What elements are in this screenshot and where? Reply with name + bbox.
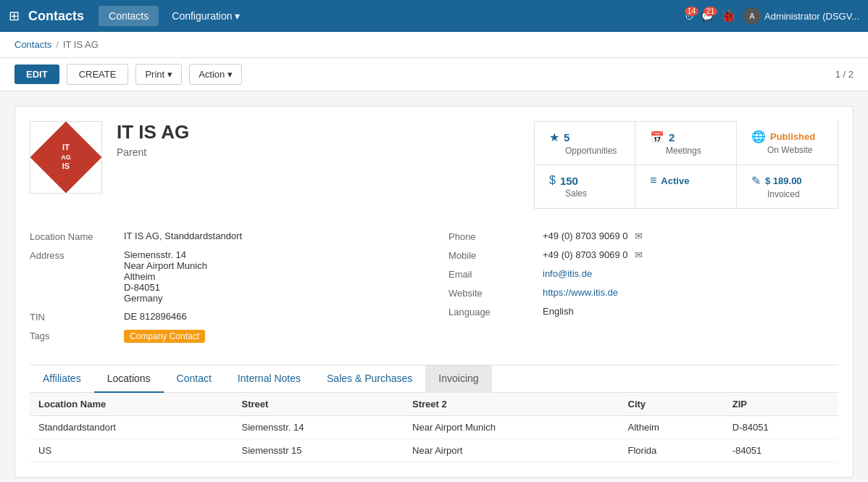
globe-icon: 🌐 (751, 130, 766, 144)
stat-opportunities[interactable]: ★ 5 Opportunities (534, 121, 635, 165)
dollar-icon: $ (549, 174, 556, 187)
language-value: English (543, 306, 838, 317)
field-phone: Phone +49 (0) 8703 9069 0 ✉ (448, 230, 838, 242)
tab-contact[interactable]: Contact (164, 365, 225, 393)
col-city: City (619, 393, 724, 416)
website-value[interactable]: https://www.itis.de (543, 287, 838, 298)
field-website: Website https://www.itis.de (448, 287, 838, 299)
tags-value: Company Contact (124, 330, 420, 343)
mobile-label: Mobile (448, 249, 543, 261)
contact-card: ITAGIS IT IS AG Parent ★ 5 Opportunities (14, 106, 854, 478)
tin-value: DE 812896466 (124, 311, 420, 322)
phone-value: +49 (0) 8703 9069 0 ✉ (543, 230, 838, 241)
row1-zip: D-84051 (724, 416, 838, 439)
print-button[interactable]: Print ▾ (135, 64, 182, 85)
mobile-email-icon[interactable]: ✉ (635, 249, 643, 260)
mobile-number: +49 (0) 8703 9069 0 (543, 249, 627, 260)
stat-sales-number: 150 (560, 175, 578, 187)
tab-sales-purchases[interactable]: Sales & Purchases (314, 365, 425, 393)
create-button[interactable]: CREATE (67, 64, 129, 85)
email-value[interactable]: info@itis.de (543, 268, 838, 279)
star-icon: ★ (549, 130, 559, 144)
col-zip: ZIP (724, 393, 838, 416)
top-navigation: ⊞ Contacts Contacts Configuration ▾ ⏱ 14… (0, 0, 868, 32)
edit-button[interactable]: EDIT (14, 65, 59, 84)
breadcrumb-current: IT IS AG (63, 39, 99, 50)
row1-street: Siemensstr. 14 (233, 416, 404, 439)
print-chevron-icon: ▾ (167, 69, 172, 80)
address-value: Siemensstr. 14 Near Airport Munich Althe… (124, 249, 420, 304)
table-body: Standdardstandort Siemensstr. 14 Near Ai… (30, 416, 838, 462)
fields-section: Location Name IT IS AG, Standdardstandor… (30, 230, 838, 350)
language-label: Language (448, 306, 543, 317)
address-line-4: D-84051 (124, 282, 420, 293)
apps-icon[interactable]: ⊞ (9, 8, 20, 24)
tab-affiliates[interactable]: Affiliates (30, 365, 94, 393)
field-tags: Tags Company Contact (30, 330, 420, 343)
phone-number: +49 (0) 8703 9069 0 (543, 230, 627, 241)
website-label: Website (448, 287, 543, 299)
stat-published[interactable]: 🌐 Published On Website (737, 121, 838, 165)
tab-internal-notes[interactable]: Internal Notes (225, 365, 314, 393)
stat-sales[interactable]: $ 150 Sales (534, 165, 635, 209)
tabs-list: Affiliates Locations Contact Internal No… (30, 365, 838, 393)
row1-location: Standdardstandort (30, 416, 233, 439)
stat-meetings[interactable]: 📅 2 Meetings (635, 121, 737, 165)
action-label: Action (199, 69, 225, 80)
stat-invoiced[interactable]: ✎ $ 189.00 Invoiced (737, 165, 838, 209)
row2-zip: -84051 (724, 439, 838, 462)
tab-invoicing[interactable]: Invoicing (425, 365, 491, 393)
location-name-value: IT IS AG, Standdardstandort (124, 230, 420, 241)
table-row[interactable]: Standdardstandort Siemensstr. 14 Near Ai… (30, 416, 838, 439)
edit-icon: ✎ (751, 174, 761, 188)
locations-table: Location Name Street Street 2 City ZIP S… (30, 393, 838, 462)
nav-contacts[interactable]: Contacts (99, 6, 159, 26)
address-line-5: Germany (124, 293, 420, 304)
user-menu[interactable]: A Administrator (DSGV... (743, 7, 859, 25)
location-name-label: Location Name (30, 230, 124, 242)
contact-name: IT IS AG (117, 121, 519, 144)
stat-pub-label: Published (770, 131, 815, 142)
stat-opp-label: Opportunities (565, 146, 620, 156)
tin-label: TIN (30, 311, 124, 323)
stat-active[interactable]: ≡ Active (635, 165, 737, 209)
fields-right: Phone +49 (0) 8703 9069 0 ✉ Mobile +49 (… (448, 230, 838, 350)
logo-diamond: ITAGIS (30, 122, 102, 194)
field-email: Email info@itis.de (448, 268, 838, 280)
stat-pub-sub: On Website (767, 145, 823, 155)
pagination: 1 / 2 (835, 69, 854, 80)
row2-street2: Near Airport (404, 439, 619, 462)
contact-header: ITAGIS IT IS AG Parent ★ 5 Opportunities (30, 121, 838, 209)
main-content: ITAGIS IT IS AG Parent ★ 5 Opportunities (0, 91, 868, 482)
toolbar: EDIT CREATE Print ▾ Action ▾ 1 / 2 (0, 58, 868, 91)
address-label: Address (30, 249, 124, 261)
field-language: Language English (448, 306, 838, 317)
stat-meet-number: 2 (669, 131, 675, 144)
contact-stats: ★ 5 Opportunities 📅 2 Meetings (534, 121, 838, 209)
phone-label: Phone (448, 230, 543, 242)
row2-location: US (30, 439, 233, 462)
action-button[interactable]: Action ▾ (189, 64, 242, 85)
tab-locations[interactable]: Locations (94, 365, 164, 393)
table-row[interactable]: US Siemensstr 15 Near Airport Florida -8… (30, 439, 838, 462)
col-street: Street (233, 393, 404, 416)
nav-configuration[interactable]: Configuration ▾ (162, 6, 250, 26)
user-name: Administrator (DSGV... (764, 11, 859, 22)
stat-opp-number: 5 (564, 131, 569, 144)
col-location-name: Location Name (30, 393, 233, 416)
row1-street2: Near Airport Munich (404, 416, 619, 439)
bug-icon[interactable]: 🐞 (720, 8, 736, 24)
company-contact-tag[interactable]: Company Contact (124, 330, 205, 343)
address-line-3: Altheim (124, 271, 420, 282)
col-street2: Street 2 (404, 393, 619, 416)
table-header-row: Location Name Street Street 2 City ZIP (30, 393, 838, 416)
clock-badge[interactable]: ⏱ 14 (685, 11, 694, 22)
breadcrumb-bar: Contacts / IT IS AG (0, 32, 868, 58)
email-label: Email (448, 268, 543, 280)
list-icon: ≡ (650, 174, 656, 187)
row2-street: Siemensstr 15 (233, 439, 404, 462)
phone-email-icon[interactable]: ✉ (635, 230, 643, 241)
row2-city: Florida (619, 439, 724, 462)
chat-badge[interactable]: 💬 21 (701, 11, 713, 22)
breadcrumb-parent[interactable]: Contacts (14, 39, 51, 50)
